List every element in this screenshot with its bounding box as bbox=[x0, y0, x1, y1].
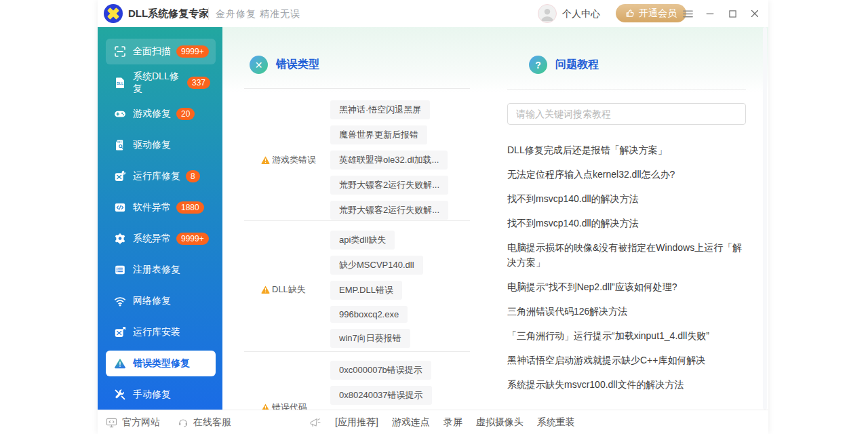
sidebar-item-system-dll-repair[interactable]: DLL 系统DLL修复 337 bbox=[106, 70, 216, 96]
promo-item[interactable]: 虚拟摄像头 bbox=[476, 416, 524, 429]
footer-promo: [应用推荐] 游戏连点 录屏 虚拟摄像头 系统重装 bbox=[309, 410, 575, 434]
sidebar-item-software-exception[interactable]: 软件异常 1880 bbox=[106, 195, 216, 220]
official-website-link[interactable]: 官方网站 bbox=[106, 416, 160, 429]
scrollbar[interactable] bbox=[763, 27, 767, 410]
error-chip[interactable]: 0xc000007b错误提示 bbox=[330, 361, 431, 380]
sidebar-item-error-type-repair[interactable]: 错误类型修复 bbox=[106, 351, 216, 376]
code-icon bbox=[114, 201, 126, 214]
error-panel-title: 错误类型 bbox=[276, 58, 319, 72]
divider bbox=[507, 89, 746, 90]
tutorial-item[interactable]: 电脑提示“找不到Nep2.dll”应该如何处理? bbox=[507, 279, 750, 294]
error-chip[interactable]: 996boxcq2.exe bbox=[330, 306, 408, 323]
divider bbox=[244, 351, 470, 352]
main-content: ✕ 错误类型 游戏类错误 黑神话·悟空闪退黑屏 魔兽世界更新后报错 英雄联盟弹o… bbox=[222, 27, 768, 410]
maximize-button[interactable] bbox=[726, 7, 739, 20]
sidebar-item-runtime-repair[interactable]: 运行库修复 8 bbox=[106, 163, 216, 189]
gear-icon bbox=[114, 233, 126, 245]
tutorial-item[interactable]: 三角洲错误代码126解决方法 bbox=[507, 304, 750, 319]
tutorial-item[interactable]: 黑神话悟空启动游戏就提示缺少C++库如何解决 bbox=[507, 353, 750, 368]
tutorial-item[interactable]: 找不到msvcp140.dll的解决方法 bbox=[507, 216, 750, 231]
title-bar: DLL系统修复专家 金舟修复 精准无误 个人中心 开通会员 bbox=[98, 0, 768, 27]
runtime-install-icon bbox=[114, 326, 126, 338]
gamepad-icon bbox=[114, 108, 126, 120]
person-icon bbox=[538, 5, 556, 22]
error-group-text: 错误代码 bbox=[272, 401, 307, 410]
promo-label: [应用推荐] bbox=[335, 416, 378, 429]
app-slogan: 金舟修复 精准无误 bbox=[216, 8, 300, 20]
tutorial-item[interactable]: DLL修复完成后还是报错「解决方案」 bbox=[507, 142, 750, 157]
error-chip-list: api类dll缺失 缺少MSCVP140.dll EMP.DLL错误 996bo… bbox=[330, 231, 423, 348]
divider bbox=[244, 88, 470, 89]
count-badge: 337 bbox=[187, 77, 210, 89]
error-chip[interactable]: 荒野大镖客2运行失败解... bbox=[330, 176, 448, 195]
count-badge: 8 bbox=[186, 170, 200, 182]
registry-list-icon bbox=[114, 264, 126, 276]
warning-icon bbox=[261, 403, 270, 410]
error-chip[interactable]: api类dll缺失 bbox=[330, 231, 395, 250]
error-chip[interactable]: EMP.DLL错误 bbox=[330, 281, 402, 300]
screen: DLL系统修复专家 金舟修复 精准无误 个人中心 开通会员 bbox=[0, 0, 868, 434]
sidebar-item-label: 运行库安装 bbox=[133, 326, 180, 338]
online-support-link[interactable]: 在线客服 bbox=[178, 416, 231, 429]
promo-item[interactable]: 录屏 bbox=[443, 416, 462, 429]
monitor-icon bbox=[106, 418, 117, 428]
error-chip[interactable]: 魔兽世界更新后报错 bbox=[330, 125, 427, 144]
tutorial-item[interactable]: 无法定位程序输入点kernel32.dll怎么办? bbox=[507, 167, 750, 182]
sidebar-item-label: 运行库修复 bbox=[133, 170, 180, 182]
error-panel-header: ✕ 错误类型 bbox=[250, 56, 319, 74]
warning-icon bbox=[261, 156, 270, 164]
sidebar-item-label: 驱动修复 bbox=[133, 139, 171, 151]
open-vip-button[interactable]: 开通会员 bbox=[616, 4, 686, 22]
tutorial-item[interactable]: 找不到msvcp140.dll的解决方法 bbox=[507, 191, 750, 206]
minimize-button[interactable] bbox=[703, 7, 717, 20]
error-chip[interactable]: 英雄联盟弹ole32.dl加载... bbox=[330, 151, 448, 170]
error-x-icon: ✕ bbox=[250, 56, 268, 74]
tutorial-item[interactable]: 系统提示缺失msvcr100.dll文件的解决方法 bbox=[507, 377, 750, 392]
footer-bar: 官方网站 在线客服 [应用推荐] 游戏 bbox=[98, 410, 768, 434]
sidebar-item-full-scan[interactable]: 全面扫描 9999+ bbox=[106, 39, 216, 64]
footer-links: 官方网站 在线客服 bbox=[106, 410, 231, 434]
error-group-error-codes: 0xc000007b错误提示 0x80240037错误提示 bbox=[330, 361, 432, 405]
sidebar-item-driver-repair[interactable]: 驱动修复 bbox=[106, 132, 216, 158]
count-badge: 20 bbox=[176, 108, 195, 120]
sidebar-item-label: 手动修复 bbox=[133, 389, 171, 401]
user-center-link[interactable]: 个人中心 bbox=[562, 8, 600, 20]
sidebar-item-label: 网络修复 bbox=[133, 295, 171, 307]
error-chip[interactable]: 黑神话·悟空闪退黑屏 bbox=[330, 100, 430, 119]
error-chip-list: 0xc000007b错误提示 0x80240037错误提示 bbox=[330, 361, 432, 405]
tutorial-item[interactable]: 「三角洲行动」运行提示“加载xinput1_4.dll失败” bbox=[507, 328, 750, 343]
tutorial-panel-title: 问题教程 bbox=[555, 58, 599, 72]
error-chip[interactable]: 0x80240037错误提示 bbox=[330, 386, 432, 405]
error-group-game: 游戏类错误 黑神话·悟空闪退黑屏 魔兽世界更新后报错 英雄联盟弹ole32.dl… bbox=[261, 100, 448, 220]
error-chip[interactable]: win7向日葵报错 bbox=[330, 329, 410, 348]
sidebar-item-network-repair[interactable]: 网络修复 bbox=[106, 288, 216, 314]
sd-card-icon bbox=[114, 139, 126, 151]
sidebar-item-manual-repair[interactable]: 手动修复 bbox=[106, 382, 216, 408]
tutorial-search-input[interactable] bbox=[507, 103, 746, 125]
count-badge: 9999+ bbox=[176, 233, 209, 245]
close-button[interactable] bbox=[748, 7, 762, 20]
sidebar-item-system-exception[interactable]: 系统异常 9999+ bbox=[106, 226, 216, 252]
sidebar-item-label: 软件异常 bbox=[133, 201, 171, 214]
question-icon: ? bbox=[529, 56, 547, 74]
tutorial-item[interactable]: 电脑提示损坏的映像&没有被指定在Windows上运行「解决方案」 bbox=[507, 240, 750, 270]
divider bbox=[244, 220, 470, 221]
error-chip[interactable]: 荒野大镖客2运行失败解... bbox=[330, 201, 448, 220]
avatar[interactable] bbox=[538, 4, 557, 23]
sidebar-item-label: 错误类型修复 bbox=[133, 357, 190, 370]
promo-item[interactable]: 游戏连点 bbox=[392, 416, 430, 429]
promo-item[interactable]: 系统重装 bbox=[537, 416, 575, 429]
app-window: DLL系统修复专家 金舟修复 精准无误 个人中心 开通会员 bbox=[98, 0, 768, 434]
sidebar-item-label: 全面扫描 bbox=[133, 45, 171, 58]
menu-icon[interactable] bbox=[681, 7, 694, 20]
error-group-dll-missing: DLL缺失 api类dll缺失 缺少MSCVP140.dll EMP.DLL错误… bbox=[261, 231, 423, 348]
error-chip[interactable]: 缺少MSCVP140.dll bbox=[330, 256, 423, 275]
megaphone-icon bbox=[309, 417, 321, 429]
sidebar-item-registry-repair[interactable]: 注册表修复 bbox=[106, 257, 216, 283]
warning-icon bbox=[261, 285, 270, 294]
count-badge: 1880 bbox=[176, 201, 204, 214]
scan-icon bbox=[114, 45, 126, 58]
sidebar-item-runtime-install[interactable]: 运行库安装 bbox=[106, 319, 216, 345]
sidebar-item-game-repair[interactable]: 游戏修复 20 bbox=[106, 101, 216, 127]
app-logo-icon bbox=[103, 3, 123, 24]
